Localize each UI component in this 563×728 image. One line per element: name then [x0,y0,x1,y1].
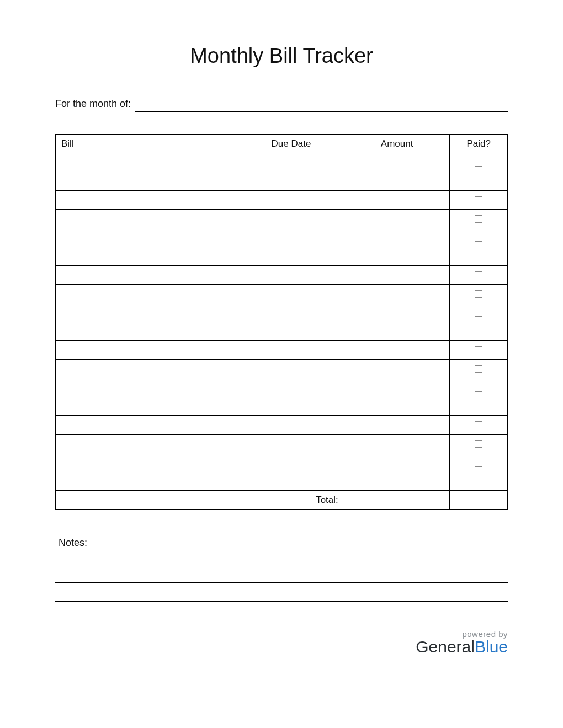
cell-bill[interactable] [56,303,238,322]
cell-bill[interactable] [56,228,238,247]
table-row [56,472,508,491]
paid-checkbox[interactable] [475,290,482,298]
cell-due-date[interactable] [238,266,344,285]
cell-amount[interactable] [344,247,450,266]
total-value[interactable] [344,491,450,510]
cell-due-date[interactable] [238,397,344,416]
cell-amount[interactable] [344,210,450,228]
brand-logo: GeneralBlue [416,638,508,656]
cell-due-date[interactable] [238,472,344,491]
paid-checkbox[interactable] [475,159,482,167]
cell-due-date[interactable] [238,416,344,435]
cell-paid [450,416,508,435]
cell-due-date[interactable] [238,210,344,228]
col-amount: Amount [344,135,450,153]
table-header-row: Bill Due Date Amount Paid? [56,135,508,153]
paid-checkbox[interactable] [475,421,482,429]
cell-amount[interactable] [344,397,450,416]
cell-amount[interactable] [344,322,450,341]
paid-checkbox[interactable] [475,196,482,204]
cell-amount[interactable] [344,435,450,453]
table-row [56,247,508,266]
cell-paid [450,153,508,172]
cell-bill[interactable] [56,266,238,285]
paid-checkbox[interactable] [475,253,482,260]
cell-amount[interactable] [344,378,450,397]
cell-bill[interactable] [56,453,238,472]
table-row [56,191,508,210]
cell-due-date[interactable] [238,191,344,210]
cell-paid [450,472,508,491]
cell-paid [450,435,508,453]
cell-paid [450,210,508,228]
cell-bill[interactable] [56,378,238,397]
cell-due-date[interactable] [238,322,344,341]
paid-checkbox[interactable] [475,234,482,242]
cell-bill[interactable] [56,472,238,491]
cell-amount[interactable] [344,266,450,285]
month-label: For the month of: [55,98,135,112]
cell-bill[interactable] [56,416,238,435]
cell-due-date[interactable] [238,378,344,397]
cell-bill[interactable] [56,172,238,191]
table-row [56,322,508,341]
cell-paid [450,341,508,360]
cell-bill[interactable] [56,397,238,416]
cell-paid [450,247,508,266]
cell-bill[interactable] [56,435,238,453]
cell-paid [450,378,508,397]
cell-amount[interactable] [344,453,450,472]
paid-checkbox[interactable] [475,384,482,392]
cell-due-date[interactable] [238,172,344,191]
paid-checkbox[interactable] [475,178,482,185]
cell-amount[interactable] [344,341,450,360]
cell-due-date[interactable] [238,303,344,322]
cell-amount[interactable] [344,472,450,491]
cell-due-date[interactable] [238,247,344,266]
cell-bill[interactable] [56,247,238,266]
month-input-line[interactable] [135,99,508,112]
cell-paid [450,191,508,210]
cell-bill[interactable] [56,210,238,228]
cell-due-date[interactable] [238,228,344,247]
paid-checkbox[interactable] [475,328,482,335]
paid-checkbox[interactable] [475,215,482,223]
col-due: Due Date [238,135,344,153]
paid-checkbox[interactable] [475,271,482,279]
cell-due-date[interactable] [238,453,344,472]
notes-line[interactable] [55,583,508,602]
paid-checkbox[interactable] [475,478,482,485]
paid-checkbox[interactable] [475,309,482,317]
cell-amount[interactable] [344,416,450,435]
cell-amount[interactable] [344,228,450,247]
total-pad [450,491,508,510]
cell-due-date[interactable] [238,360,344,378]
cell-due-date[interactable] [238,153,344,172]
cell-bill[interactable] [56,285,238,303]
cell-amount[interactable] [344,303,450,322]
paid-checkbox[interactable] [475,346,482,354]
paid-checkbox[interactable] [475,459,482,467]
paid-checkbox[interactable] [475,440,482,448]
cell-paid [450,322,508,341]
cell-due-date[interactable] [238,285,344,303]
paid-checkbox[interactable] [475,403,482,410]
cell-paid [450,228,508,247]
cell-bill[interactable] [56,191,238,210]
cell-bill[interactable] [56,360,238,378]
cell-due-date[interactable] [238,341,344,360]
cell-bill[interactable] [56,322,238,341]
table-row [56,285,508,303]
cell-amount[interactable] [344,153,450,172]
paid-checkbox[interactable] [475,365,482,373]
cell-bill[interactable] [56,341,238,360]
cell-amount[interactable] [344,191,450,210]
cell-amount[interactable] [344,172,450,191]
month-row: For the month of: [55,98,508,112]
cell-due-date[interactable] [238,435,344,453]
cell-amount[interactable] [344,285,450,303]
cell-bill[interactable] [56,153,238,172]
brand-blue: Blue [475,638,508,656]
cell-amount[interactable] [344,360,450,378]
notes-line[interactable] [55,564,508,583]
